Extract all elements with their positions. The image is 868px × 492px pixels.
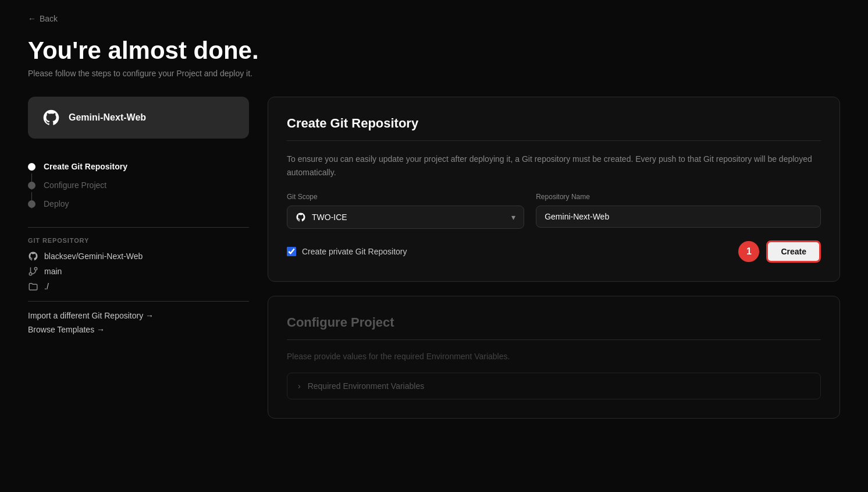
step-create-git-repo: Create Git Repository xyxy=(28,157,249,176)
git-path: ./ xyxy=(44,282,49,291)
step-badge: 1 xyxy=(738,241,759,262)
repo-name-label: Repository Name xyxy=(536,193,821,201)
back-link[interactable]: ← Back xyxy=(28,14,840,23)
step-label-deploy: Deploy xyxy=(44,199,69,208)
git-scope-group: Git Scope TWO-ICE ▾ xyxy=(287,193,524,229)
page-subtitle: Please follow the steps to configure you… xyxy=(28,69,840,78)
configure-project-title: Configure Project xyxy=(287,315,821,330)
form-row: Git Scope TWO-ICE ▾ xyxy=(287,193,821,229)
step-dot-inactive-2 xyxy=(28,200,35,208)
repo-name-group: Repository Name xyxy=(536,193,821,229)
step-dot-active xyxy=(28,163,35,171)
git-scope-value: TWO-ICE xyxy=(312,213,347,222)
git-scope-label: Git Scope xyxy=(287,193,524,201)
github-icon xyxy=(42,108,61,127)
configure-project-description: Please provide values for the required E… xyxy=(287,352,821,361)
repo-name-input[interactable] xyxy=(536,206,821,228)
svg-point-1 xyxy=(34,267,37,270)
page-title: You're almost done. xyxy=(28,37,840,64)
env-vars-chevron-icon: › xyxy=(298,381,301,391)
sidebar: Gemini-Next-Web Create Git Repository Co… xyxy=(28,97,249,339)
create-git-repo-divider xyxy=(287,140,821,141)
step-configure-project: Configure Project xyxy=(28,176,249,194)
sidebar-divider-2 xyxy=(28,301,249,302)
github-small-icon xyxy=(28,251,38,261)
create-git-repo-description: To ensure you can easily update your pro… xyxy=(287,153,821,179)
env-vars-row[interactable]: › Required Environment Variables xyxy=(287,373,821,399)
scope-select-inner: TWO-ICE xyxy=(296,212,506,222)
private-repo-label[interactable]: Create private Git Repository xyxy=(287,247,407,256)
svg-point-2 xyxy=(29,272,32,275)
sidebar-divider-1 xyxy=(28,227,249,228)
private-repo-checkbox[interactable] xyxy=(287,247,296,256)
git-branch: main xyxy=(44,267,62,276)
steps-list: Create Git Repository Configure Project … xyxy=(28,157,249,213)
create-git-repo-title: Create Git Repository xyxy=(287,116,821,131)
step-deploy: Deploy xyxy=(28,194,249,213)
git-repo-name: blacksev/Gemini-Next-Web xyxy=(44,252,143,261)
configure-project-card: Configure Project Please provide values … xyxy=(268,296,840,419)
form-footer: Create private Git Repository 1 Create xyxy=(287,240,821,263)
repo-card-name: Gemini-Next-Web xyxy=(69,112,146,123)
git-branch-item: main xyxy=(28,266,249,277)
sidebar-links: Import a different Git Repository → Brow… xyxy=(28,311,249,334)
repo-card: Gemini-Next-Web xyxy=(28,97,249,139)
back-arrow-icon: ← xyxy=(28,14,36,23)
step-label-configure-project: Configure Project xyxy=(44,180,106,190)
import-git-link[interactable]: Import a different Git Repository → xyxy=(28,311,249,320)
git-repo-section: GIT REPOSITORY blacksev/Gemini-Next-Web … xyxy=(28,237,249,292)
git-scope-select[interactable]: TWO-ICE ▾ xyxy=(287,206,524,229)
private-repo-text: Create private Git Repository xyxy=(302,247,407,256)
scope-chevron-icon: ▾ xyxy=(511,213,515,222)
env-vars-label: Required Environment Variables xyxy=(308,381,425,391)
github-scope-icon xyxy=(296,212,306,222)
git-branch-icon xyxy=(28,266,38,277)
create-button[interactable]: Create xyxy=(766,240,821,263)
git-section-label: GIT REPOSITORY xyxy=(28,237,249,244)
back-label: Back xyxy=(40,14,58,23)
main-content: Create Git Repository To ensure you can … xyxy=(268,97,840,419)
configure-project-divider xyxy=(287,339,821,340)
folder-icon xyxy=(28,281,38,292)
git-repo-name-item: blacksev/Gemini-Next-Web xyxy=(28,251,249,261)
create-git-repo-card: Create Git Repository To ensure you can … xyxy=(268,97,840,282)
browse-templates-link[interactable]: Browse Templates → xyxy=(28,325,249,334)
step-label-create-git-repo: Create Git Repository xyxy=(44,162,127,171)
git-path-item: ./ xyxy=(28,281,249,292)
create-btn-wrapper: 1 Create xyxy=(738,240,821,263)
step-dot-inactive-1 xyxy=(28,182,35,189)
